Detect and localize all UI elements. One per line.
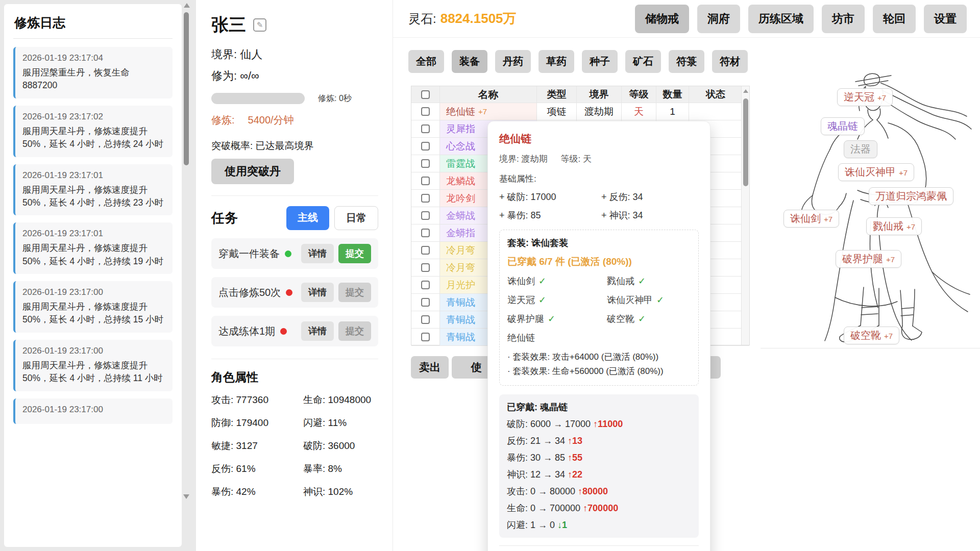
log-scrollbar[interactable]: [183, 3, 190, 499]
row-checkbox[interactable]: [421, 194, 430, 203]
log-list: 2026-01-19 23:17:04 服用涅槃重生丹，恢复生命 8887200…: [13, 47, 173, 533]
log-entry: 2026-01-19 23:17:00: [13, 398, 173, 424]
compare-box: 已穿戴: 魂晶链 破防: 6000 → 17000 ↑11000 反伤: 21 …: [499, 394, 699, 538]
nav-settings-button[interactable]: 设置: [924, 5, 967, 33]
filter-talisman-materials[interactable]: 符材: [712, 50, 748, 73]
row-checkbox[interactable]: [421, 246, 430, 255]
table-scrollbar[interactable]: [741, 86, 749, 345]
use-breakthrough-pill-button[interactable]: 使用突破丹: [211, 159, 294, 184]
scroll-down-icon[interactable]: [183, 494, 189, 499]
tab-daily-quest[interactable]: 日常: [334, 206, 378, 230]
check-icon: ✓: [638, 276, 646, 286]
task-name: 达成练体1期: [218, 324, 275, 338]
equip-label-ring[interactable]: 戮仙戒+7: [866, 217, 922, 235]
filter-pills[interactable]: 丹药: [495, 50, 531, 73]
filter-all[interactable]: 全部: [408, 50, 444, 73]
item-name-text: 金蟒战: [446, 209, 475, 222]
filter-seeds[interactable]: 种子: [582, 50, 618, 73]
scroll-thumb[interactable]: [184, 12, 189, 165]
sell-button[interactable]: 卖出: [411, 356, 449, 379]
delta-up: ↑13: [568, 436, 582, 446]
tasks-title: 任务: [211, 209, 238, 227]
edit-name-icon[interactable]: ✎: [253, 18, 266, 32]
delta-up: ↑700000: [583, 503, 618, 513]
scroll-up-icon[interactable]: [743, 89, 748, 93]
filter-ores[interactable]: 矿石: [625, 50, 661, 73]
row-checkbox[interactable]: [421, 263, 430, 272]
equip-label-necklace[interactable]: 魂晶链: [821, 117, 865, 135]
tab-main-quest[interactable]: 主线: [286, 206, 329, 230]
attr-hp: 生命: 10948000: [303, 393, 378, 407]
cultivation-progress-bar: [211, 93, 305, 104]
attributes-title: 角色属性: [211, 369, 378, 385]
equipped-character-panel: 逆天冠+7 魂晶链 法器 诛仙灭神甲+7 万道归宗鸿蒙佩 诛仙剑+7 戮仙戒+7…: [761, 66, 980, 348]
scroll-up-icon[interactable]: [184, 3, 190, 8]
equip-label-armor[interactable]: 诛仙灭神甲+7: [838, 163, 914, 181]
task-submit-button-disabled[interactable]: 提交: [338, 321, 371, 341]
nav-adventure-button[interactable]: 历练区域: [748, 5, 814, 33]
nav-cave-button[interactable]: 洞府: [697, 5, 740, 33]
log-entry: 2026-01-19 23:17:01 服用周天星斗丹，修炼速度提升50%，延长…: [13, 164, 173, 216]
equip-label-pendant[interactable]: 万道归宗鸿蒙佩: [869, 187, 953, 205]
log-entry: 2026-01-19 23:17:01 服用周天星斗丹，修炼速度提升50%，延长…: [13, 222, 173, 274]
equip-label-artifact[interactable]: 法器: [844, 140, 877, 158]
set-bonus-box: 套装: 诛仙套装 已穿戴 6/7 件 (已激活 (80%)) 诛仙剑✓ 戮仙戒✓…: [499, 230, 699, 386]
delta-up: ↑11000: [593, 419, 623, 429]
log-entry-time: 2026-01-19 23:17:01: [22, 170, 165, 181]
set-name: 套装: 诛仙套装: [507, 237, 691, 249]
filter-equipment[interactable]: 装备: [452, 50, 487, 73]
task-detail-button[interactable]: 详情: [301, 244, 334, 263]
nav-market-button[interactable]: 坊市: [822, 5, 865, 33]
row-checkbox[interactable]: [421, 281, 430, 289]
filter-herbs[interactable]: 草药: [538, 50, 574, 73]
set-effect-line: · 套装效果: 攻击+64000 (已激活 (80%)): [507, 350, 691, 364]
delta-up: ↑80000: [578, 486, 608, 496]
task-detail-button[interactable]: 详情: [301, 283, 334, 302]
set-piece: 戮仙戒✓: [607, 275, 691, 287]
task-detail-button[interactable]: 详情: [301, 321, 334, 341]
compare-equipped-name: 已穿戴: 魂晶链: [507, 401, 691, 413]
equip-label-boots[interactable]: 破空靴+7: [844, 327, 899, 344]
log-entry-text: 服用周天星斗丹，修炼速度提升50%，延长 4 小时，总持续 19 小时: [22, 242, 165, 268]
row-checkbox[interactable]: [421, 315, 430, 324]
tooltip-grade: 等级: 天: [560, 154, 591, 164]
task-submit-button-disabled[interactable]: 提交: [338, 283, 371, 302]
equip-enhance: +7: [824, 215, 832, 223]
compare-line: 暴伤: 30 → 85 ↑55: [507, 452, 691, 464]
nav-storage-ring-button[interactable]: 储物戒: [635, 5, 689, 33]
select-all-checkbox[interactable]: [421, 90, 430, 99]
row-checkbox[interactable]: [421, 229, 430, 237]
item-tooltip: 绝仙链 境界: 渡劫期等级: 天 基础属性: + 破防: 17000 + 反伤:…: [487, 121, 710, 551]
filter-talismans[interactable]: 符箓: [669, 50, 704, 73]
set-effects: · 套装效果: 攻击+64000 (已激活 (80%)) · 套装效果: 生命+…: [507, 350, 691, 379]
set-piece: 破界护腿✓: [507, 313, 607, 325]
set-pieces-grid: 诛仙剑✓ 戮仙戒✓ 逆天冠✓ 诛仙灭神甲✓ 破界护腿✓ 破空靴✓ 绝仙链: [507, 275, 691, 344]
row-checkbox[interactable]: [421, 333, 430, 341]
check-icon: ✓: [656, 295, 664, 305]
equip-label-crown[interactable]: 逆天冠+7: [837, 88, 893, 106]
row-checkbox[interactable]: [421, 211, 430, 220]
table-row[interactable]: 绝仙链+7 项链 渡劫期 天 1: [411, 103, 749, 120]
base-stat: + 反伤: 34: [601, 191, 699, 203]
row-checkbox[interactable]: [421, 107, 430, 116]
equip-label-sword[interactable]: 诛仙剑+7: [783, 210, 839, 228]
item-name-text: 灵犀指: [446, 122, 475, 136]
attributes-grid: 攻击: 777360 生命: 10948000 防御: 179400 闪避: 1…: [211, 393, 378, 498]
row-checkbox[interactable]: [421, 298, 430, 307]
equip-label-leggings[interactable]: 破界护腿+7: [836, 250, 901, 268]
item-enhance-level: +7: [478, 107, 487, 116]
character-panel: 张三 ✎ 境界: 仙人 修为: ∞/∞ 修炼: 0秒 修炼:5400/分钟 突破…: [196, 0, 393, 551]
task-submit-button[interactable]: 提交: [338, 244, 371, 263]
row-checkbox[interactable]: [421, 159, 430, 168]
item-grade: 天: [622, 103, 656, 120]
item-name-text: 冷月弯: [446, 244, 475, 257]
equip-name: 诛仙灭神甲: [845, 166, 896, 178]
scroll-thumb[interactable]: [743, 98, 748, 186]
main-header: 灵石: 8824.1505万 储物戒 洞府 历练区域 坊市 轮回 设置: [393, 0, 980, 38]
row-checkbox[interactable]: [421, 124, 430, 133]
nav-reincarnation-button[interactable]: 轮回: [873, 5, 916, 33]
row-checkbox[interactable]: [421, 142, 430, 151]
row-checkbox[interactable]: [421, 177, 430, 185]
set-worn-count: 已穿戴 6/7 件 (已激活 (80%)): [507, 255, 691, 268]
tooltip-realm: 境界: 渡劫期: [499, 154, 547, 164]
